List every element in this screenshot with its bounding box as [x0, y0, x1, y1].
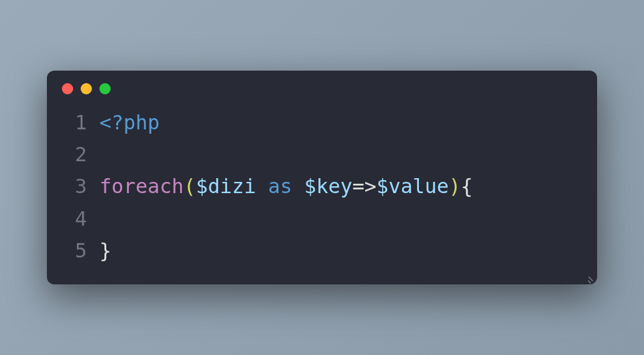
code-line: 3foreach($dizi as $key=>$value){: [62, 171, 582, 202]
code-line: 5}: [62, 235, 582, 267]
minimize-icon[interactable]: [81, 83, 92, 94]
code-content: <?php: [99, 107, 159, 139]
code-line: 2: [62, 139, 582, 171]
code-content: }: [99, 235, 111, 267]
line-number: 1: [62, 107, 87, 139]
maximize-icon[interactable]: [99, 83, 111, 94]
code-line: 1<?php: [62, 107, 582, 139]
code-editor[interactable]: 1<?php23foreach($dizi as $key=>$value){4…: [47, 99, 597, 284]
code-content: foreach($dizi as $key=>$value){: [99, 171, 473, 202]
titlebar: [47, 71, 597, 99]
close-icon[interactable]: [62, 83, 73, 94]
code-line: 4: [62, 203, 582, 235]
line-number: 4: [62, 203, 87, 235]
resize-handle-icon[interactable]: [585, 272, 593, 281]
code-window: 1<?php23foreach($dizi as $key=>$value){4…: [47, 71, 597, 284]
line-number: 5: [62, 235, 87, 267]
line-number: 2: [62, 139, 87, 171]
line-number: 3: [62, 171, 87, 202]
